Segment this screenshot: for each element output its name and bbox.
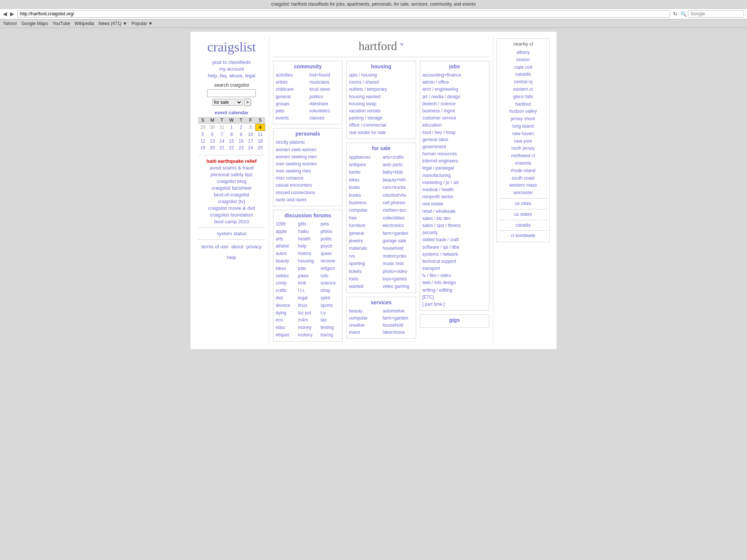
forum-spirit[interactable]: spirit — [320, 295, 340, 302]
cal-day-2[interactable]: 2 — [236, 124, 246, 131]
refresh-button[interactable]: ↻ — [673, 11, 678, 17]
jobs-tvfilm[interactable]: tv / film / video — [422, 272, 487, 279]
services-computer[interactable]: computer — [349, 315, 379, 322]
forum-rofo[interactable]: rofo — [320, 273, 340, 280]
cal-day-13[interactable]: 13 — [208, 138, 217, 144]
forsale-antiques[interactable]: antiques — [349, 161, 379, 168]
nearby-easternct[interactable]: eastern ct — [499, 86, 547, 93]
nearby-albany[interactable]: albany — [499, 49, 547, 56]
url-input[interactable] — [17, 10, 670, 18]
community-artists[interactable]: artists — [276, 79, 306, 86]
avoid-scams-link[interactable]: avoid scams & fraud — [198, 165, 265, 171]
forum-gifts[interactable]: gifts — [298, 221, 317, 228]
movie-dvd-link[interactable]: craigslist movie & dvd — [198, 205, 265, 211]
services-farmgarden[interactable]: farm+garden — [383, 315, 413, 322]
cal-day-5[interactable]: 5 — [198, 131, 208, 138]
forum-jobs[interactable]: jobs — [298, 265, 317, 273]
forsale-cdsdvd[interactable]: cds/dvd/vhs — [382, 192, 413, 199]
best-of-link[interactable]: best-of-craigslist — [198, 192, 265, 197]
personals-casualencounters[interactable]: casual encounters — [276, 182, 340, 189]
nearby-catskills[interactable]: catskills — [499, 71, 547, 78]
forsale-artscrafts[interactable]: arts+crafts — [382, 153, 413, 161]
forum-sports[interactable]: sports — [320, 302, 340, 309]
my-account-link[interactable]: my account — [198, 66, 265, 72]
cal-day-8[interactable]: 8 — [227, 131, 236, 138]
forsale-cellphones[interactable]: cell phones — [382, 199, 413, 206]
jobs-legal[interactable]: legal / paralegal — [422, 165, 487, 172]
forum-religion[interactable]: religion — [320, 265, 340, 273]
forsale-carstrucks[interactable]: cars+trucks — [382, 184, 413, 191]
forum-recover[interactable]: recover — [320, 258, 340, 265]
about-link[interactable]: about — [231, 244, 244, 249]
nearby-centralnj[interactable]: central nj — [499, 78, 547, 86]
forsale-household[interactable]: household — [382, 245, 413, 252]
nearby-clworldwide[interactable]: cl worldwide — [499, 232, 547, 240]
nearby-hudsonvalley[interactable]: hudson valley — [499, 108, 547, 115]
forum-shop[interactable]: shop — [320, 287, 340, 295]
forum-housing[interactable]: housing — [298, 258, 317, 265]
forsale-musicinstr[interactable]: music instr — [382, 260, 413, 267]
community-childcare[interactable]: childcare — [276, 86, 306, 93]
community-musicians[interactable]: musicians — [309, 79, 340, 86]
forum-motocy[interactable]: motocy — [298, 332, 317, 339]
forum-testing[interactable]: testing — [320, 324, 340, 332]
community-politics[interactable]: politics — [309, 93, 340, 100]
factsheet-link[interactable]: craigslist factsheet — [198, 185, 265, 191]
jobs-arch[interactable]: arch / engineering — [422, 86, 487, 93]
forum-locpol[interactable]: loc pol — [298, 309, 317, 317]
cal-day-22[interactable]: 22 — [227, 144, 236, 151]
city-superscript[interactable]: w — [400, 41, 404, 47]
forsale-computer[interactable]: computer — [349, 206, 379, 214]
forsale-sporting[interactable]: sporting — [349, 260, 379, 267]
forsale-electronics[interactable]: electronics — [382, 222, 413, 229]
forum-ltr[interactable]: l.t.r. — [298, 287, 317, 295]
search-category-select[interactable]: for sale housing jobs personals services… — [212, 99, 242, 106]
forum-eco[interactable]: eco — [276, 317, 295, 324]
bookmark-popular[interactable]: Popular ▼ — [131, 21, 153, 26]
forsale-books[interactable]: books — [349, 192, 379, 199]
nearby-newhaven[interactable]: new haven — [499, 130, 547, 138]
cal-day-11[interactable]: 11 — [255, 131, 265, 138]
terms-link[interactable]: terms of use — [201, 244, 228, 249]
forum-pets[interactable]: pets — [320, 221, 340, 228]
community-lostfound[interactable]: lost+found — [309, 72, 340, 79]
forsale-garagesale[interactable]: garage sale — [382, 237, 413, 245]
nearby-jerseyshore[interactable]: jersey shore — [499, 115, 547, 123]
cal-day-12[interactable]: 12 — [198, 138, 208, 144]
nearby-canada[interactable]: canada — [499, 222, 547, 229]
forward-button[interactable]: ▶ — [10, 11, 14, 17]
forum-beauty[interactable]: beauty — [276, 258, 295, 265]
forum-queer[interactable]: queer — [320, 250, 340, 258]
bookmark-yahoo[interactable]: Yahoo! — [3, 21, 17, 26]
cal-day-23[interactable]: 23 — [236, 144, 246, 151]
cal-day-10[interactable]: 10 — [246, 131, 255, 138]
cal-day-19[interactable]: 19 — [198, 144, 208, 151]
nearby-newyork[interactable]: new york — [499, 138, 547, 145]
jobs-humanresources[interactable]: human resources — [422, 150, 487, 158]
jobs-customerservice[interactable]: customer service — [422, 115, 487, 122]
forsale-autoparts[interactable]: auto parts — [382, 161, 413, 168]
cal-day-1[interactable]: 1 — [227, 124, 236, 131]
forsale-general[interactable]: general — [349, 230, 379, 237]
community-groups[interactable]: groups — [276, 100, 306, 108]
forsale-toysgames[interactable]: toys+games — [382, 275, 413, 283]
jobs-etc[interactable]: [ETC] — [422, 294, 487, 301]
cal-day-7[interactable]: 7 — [217, 131, 227, 138]
jobs-education[interactable]: education — [422, 122, 487, 129]
help-faq-link[interactable]: help, faq, abuse, legal — [198, 73, 265, 78]
forum-atheist[interactable]: atheist — [276, 243, 295, 250]
haiti-relief-link[interactable]: haiti earthquake relief — [198, 158, 265, 164]
forum-jokes[interactable]: jokes — [298, 273, 317, 280]
forum-comp[interactable]: comp — [276, 280, 295, 287]
bootcamp-link[interactable]: boot camp 2010 — [198, 219, 265, 224]
cal-day-30[interactable]: 30 — [208, 124, 217, 131]
forsale-barter[interactable]: barter — [349, 168, 379, 176]
nearby-westernmass[interactable]: western mass — [499, 182, 547, 189]
cal-day-31[interactable]: 31 — [217, 124, 227, 131]
jobs-transport[interactable]: transport — [422, 265, 487, 272]
forum-crafts[interactable]: crafts — [276, 287, 295, 295]
housing-vacation[interactable]: vacation rentals — [349, 108, 413, 115]
forsale-clothesacc[interactable]: clothes+acc — [382, 206, 413, 214]
personals-menseekingwomen[interactable]: men seeking women — [276, 161, 340, 168]
nearby-uscities[interactable]: us cities — [499, 200, 547, 208]
